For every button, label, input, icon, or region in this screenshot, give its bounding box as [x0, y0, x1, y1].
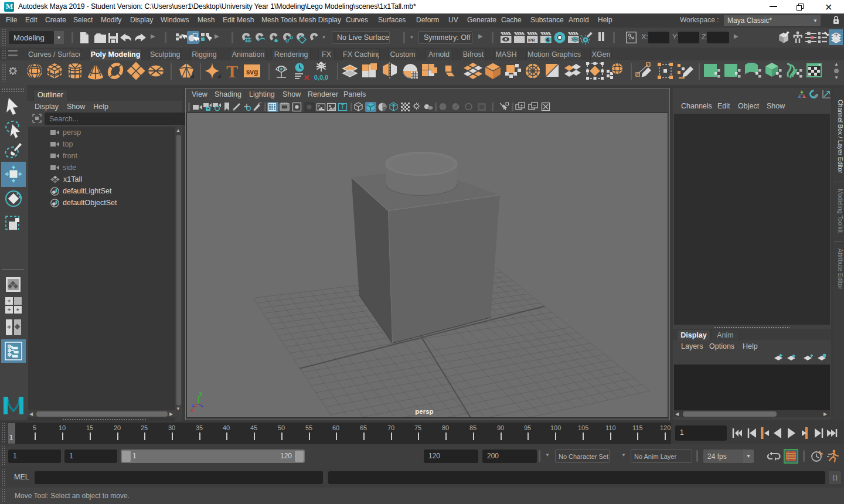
svg-text:IPR: IPR	[528, 38, 535, 42]
svg-text:persp: persp	[415, 408, 433, 415]
svg-text:y: y	[199, 390, 202, 396]
svg-text:T: T	[341, 104, 344, 110]
svg-text:T: T	[226, 62, 238, 81]
svg-text:0,0,0: 0,0,0	[314, 74, 328, 81]
svg-text:svg: svg	[246, 68, 258, 76]
svg-text:x: x	[190, 407, 193, 413]
